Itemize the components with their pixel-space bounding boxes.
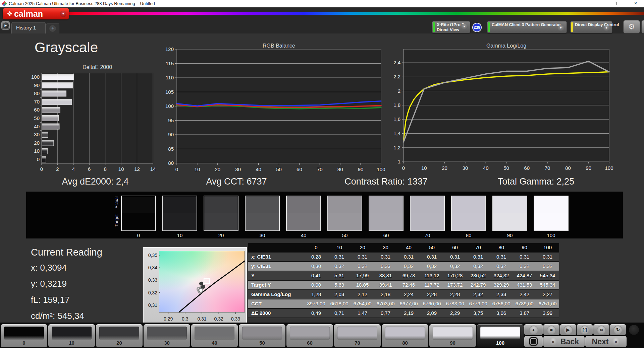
svg-text:10: 10: [421, 165, 427, 171]
pattern-button-30[interactable]: 30: [144, 324, 190, 347]
close-button[interactable]: ×: [628, 0, 643, 7]
actual-half: [493, 196, 527, 213]
table-cell: 0,31: [536, 253, 559, 261]
restore-icon: [614, 2, 617, 5]
current-reading-title: Current Reading: [31, 247, 102, 258]
svg-text:90: 90: [586, 165, 591, 171]
pattern-button-90[interactable]: 90: [429, 324, 476, 347]
svg-text:105: 105: [165, 89, 174, 95]
table-row-label: CCT: [248, 299, 305, 308]
current-reading-panel: Current Reading x: 0,3094 y: 0,3219 fL: …: [31, 247, 102, 327]
meter-dropdown[interactable]: X-Rite i1Pro 2 Direct View ▼: [432, 21, 470, 33]
play-button[interactable]: ▶: [560, 324, 576, 335]
pattern-button-80[interactable]: 80: [382, 324, 428, 347]
table-cell: 0,49: [305, 309, 328, 318]
svg-text:RGB Balance: RGB Balance: [263, 43, 295, 49]
svg-text:30: 30: [235, 166, 241, 172]
display-control-status-bar: [571, 22, 573, 32]
pattern-button-70[interactable]: 70: [334, 324, 381, 347]
settings-button[interactable]: ⚙: [623, 20, 640, 33]
deltae-bar-80: [42, 91, 66, 96]
svg-text:40: 40: [34, 124, 40, 129]
target-half: [246, 213, 279, 230]
next-button[interactable]: Next »: [585, 336, 627, 347]
target-half: [287, 213, 320, 230]
plus-icon: +: [49, 25, 56, 32]
target-half: [204, 213, 238, 230]
target-half: [534, 213, 568, 230]
calman-menu-button[interactable]: ❖ calman ▼: [3, 8, 69, 19]
svg-text:10: 10: [34, 148, 40, 154]
table-cell: 3,75: [467, 309, 490, 318]
svg-text:2,2: 2,2: [393, 74, 400, 79]
continuous-measure-button[interactable]: ∞: [593, 324, 609, 335]
display-control-dropdown[interactable]: Direct Display Control ▼: [570, 21, 612, 33]
svg-text:90: 90: [168, 132, 174, 137]
restore-button[interactable]: [608, 0, 623, 7]
pattern-swatch: [242, 327, 282, 340]
actual-half: [163, 196, 197, 213]
svg-text:10: 10: [195, 166, 200, 172]
svg-text:80: 80: [168, 160, 174, 166]
pattern-level-label: 100: [477, 340, 524, 346]
table-cell: 0,30: [305, 262, 328, 271]
table-cell: 1,47: [351, 309, 374, 318]
svg-text:40: 40: [483, 165, 489, 171]
single-measure-button[interactable]: [·]: [577, 324, 593, 335]
svg-text:30: 30: [34, 132, 40, 137]
table-row-x-cie31: x: CIE310,280,310,310,310,310,310,310,31…: [248, 253, 559, 261]
deltae-bar-chart: DeltaE 200002468101214100908070605040302…: [27, 64, 161, 176]
strip-swatch-label: 60: [369, 232, 404, 238]
pattern-button-40[interactable]: 40: [191, 324, 238, 347]
display-control-name: Direct Display Control: [575, 22, 619, 27]
calman-menu-chevron-icon[interactable]: ▼: [60, 11, 66, 17]
pattern-button-100[interactable]: 100: [477, 324, 524, 347]
svg-text:0: 0: [37, 156, 40, 162]
collapse-bar-button[interactable]: ▲: [524, 324, 543, 335]
minimize-button[interactable]: —: [588, 0, 603, 7]
stop-button[interactable]: ■: [543, 324, 559, 335]
table-cell: 0,32: [328, 262, 351, 271]
strip-swatch-20: [204, 196, 238, 231]
table-cell: 6703,00: [374, 299, 397, 308]
pattern-button-20[interactable]: 20: [96, 324, 143, 347]
grayscale-swatch-strip: Actual Target 0102030405060708090100: [26, 192, 623, 238]
table-cell: 0,31: [328, 253, 351, 261]
table-cell: 0,31: [351, 253, 374, 261]
pattern-generator-dropdown[interactable]: CalMAN Client 3 Pattern Generator ▼: [487, 21, 567, 33]
table-col-header: 20: [351, 243, 374, 252]
table-cell: 242,79: [467, 281, 490, 289]
add-tab-button[interactable]: +: [46, 23, 59, 33]
meter-count-badge[interactable]: 239: [472, 23, 482, 32]
table-row-gamma-log-log: Gamma Log/Log1,282,032,122,182,242,282,2…: [248, 290, 559, 299]
svg-text:90: 90: [358, 166, 364, 172]
meter-name: X-Rite i1Pro 2: [437, 22, 464, 27]
pattern-level-label: 0: [1, 340, 47, 346]
svg-text:0: 0: [175, 166, 178, 172]
actual-half: [287, 196, 320, 213]
table-col-header: 80: [490, 243, 513, 252]
deltae-bar-70: [42, 99, 72, 105]
pattern-button-0[interactable]: 0: [1, 324, 47, 347]
pattern-level-label: 90: [429, 340, 476, 346]
refresh-button[interactable]: ↻: [610, 324, 626, 335]
collapse-panel-button[interactable]: ◀: [641, 20, 644, 33]
back-button[interactable]: « Back: [543, 336, 585, 347]
layout-button[interactable]: [524, 336, 543, 347]
deltae-bar-0: [42, 156, 46, 162]
pattern-button-60[interactable]: 60: [286, 324, 333, 347]
stat-contrast-ratio: Contrast Ratio: 1337: [344, 177, 428, 187]
svg-text:0,31: 0,31: [197, 316, 206, 322]
svg-text:95: 95: [168, 118, 174, 123]
pattern-swatch: [147, 327, 187, 340]
svg-text:Gamma Log/Log: Gamma Log/Log: [486, 43, 526, 49]
tab-history-1[interactable]: History 1: [11, 22, 46, 33]
table-col-header: 30: [374, 243, 397, 252]
strip-swatch-90: [492, 196, 527, 231]
pattern-button-50[interactable]: 50: [239, 324, 285, 347]
pattern-button-10[interactable]: 10: [48, 324, 95, 347]
svg-text:50: 50: [276, 166, 282, 172]
svg-text:20: 20: [215, 166, 220, 172]
history-nav-button[interactable]: ▶: [1, 21, 10, 30]
deltae-bar-50: [42, 116, 59, 121]
